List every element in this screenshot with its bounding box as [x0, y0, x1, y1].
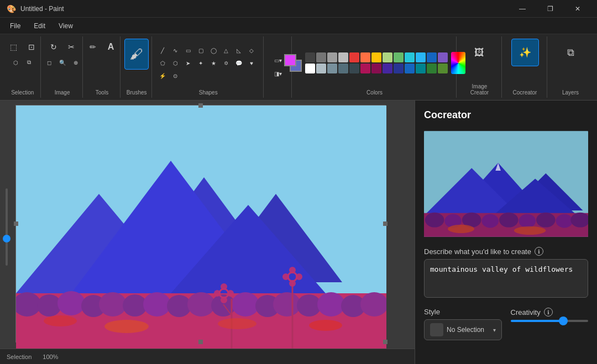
swatch-dpurple[interactable] [383, 64, 392, 73]
swatch-blue[interactable] [427, 52, 437, 62]
shape-rect[interactable]: ▭ [182, 44, 194, 56]
shape-right-tri[interactable]: ◺ [233, 44, 245, 56]
shape-diamond[interactable]: ◇ [245, 44, 258, 56]
shape-heart[interactable]: ♥ [245, 57, 258, 69]
svg-point-47 [425, 213, 444, 228]
style-select[interactable]: No Selection ▾ [424, 319, 502, 340]
text-button[interactable]: A [102, 39, 119, 55]
swatch-white[interactable] [305, 64, 315, 73]
restore-button[interactable]: ❐ [537, 0, 563, 18]
colorpick-button[interactable]: 🔍 [56, 56, 69, 68]
fg-color[interactable] [284, 54, 296, 66]
swatch-dblue2[interactable] [405, 64, 415, 73]
swatch-red[interactable] [349, 52, 359, 62]
swatch-darksteel[interactable] [338, 64, 348, 73]
swatch-dgreen[interactable] [427, 64, 437, 73]
shape-pentagon[interactable]: ⬠ [156, 57, 169, 69]
swatch-maroon[interactable] [371, 64, 381, 73]
swatch-lgray[interactable] [338, 52, 348, 62]
swatch-darkpink[interactable] [360, 64, 370, 73]
svg-point-40 [309, 320, 342, 331]
status-zoom: 100% [43, 354, 58, 360]
cocreator-title: Cocreator [424, 109, 588, 121]
color-palette [305, 52, 448, 73]
svg-point-17 [232, 292, 259, 316]
paint-canvas[interactable] [15, 105, 386, 342]
swatch-lblue[interactable] [416, 52, 426, 62]
resize-handle-left[interactable] [14, 221, 18, 226]
shape-outline[interactable]: ⊙ [169, 70, 181, 82]
toolbar: ⬚ ⊡ ⬡ ⧉ Selection ↻ ✂ ◻ 🔍 ⊕ Image ✏ A To… [0, 34, 597, 101]
image-label: Image [55, 87, 70, 96]
creativity-info-icon[interactable]: ℹ [544, 308, 553, 316]
brushes-button[interactable]: 🖌 [124, 39, 149, 70]
select-rect-button[interactable]: ⬚ [6, 39, 22, 55]
erase-button[interactable]: ◻ [43, 56, 55, 68]
shape-curve[interactable]: ∿ [169, 44, 181, 56]
menu-view[interactable]: View [53, 20, 78, 32]
swatch-dgray[interactable] [316, 52, 326, 62]
swatch-orange[interactable] [360, 52, 370, 62]
tools-group: ✏ A Tools [84, 36, 121, 98]
shape-rounded-rect[interactable]: ▢ [195, 44, 207, 56]
image-import-button[interactable]: ⬡ [10, 56, 22, 68]
shape-hexagon[interactable]: ⬡ [169, 57, 181, 69]
shape-star6[interactable]: ✡ [220, 57, 232, 69]
shape-star4[interactable]: ✦ [195, 57, 207, 69]
menu-edit[interactable]: Edit [28, 20, 51, 32]
creativity-slider[interactable] [511, 320, 589, 322]
resize-handle-bottom[interactable] [198, 340, 203, 344]
shape-ellipse[interactable]: ◯ [207, 44, 219, 56]
pencil-button[interactable]: ✏ [85, 39, 101, 55]
cocreator-svg [424, 129, 588, 239]
menu-file[interactable]: File [4, 20, 26, 32]
close-button[interactable]: ✕ [565, 0, 590, 18]
shape-lightning[interactable]: ⚡ [156, 70, 169, 82]
shape-star5[interactable]: ★ [207, 57, 219, 69]
swatch-gray[interactable] [327, 52, 337, 62]
minimize-button[interactable]: — [510, 0, 535, 18]
resize-handle-br[interactable] [383, 340, 387, 344]
title-bar-title: Untitled - Paint [20, 5, 64, 13]
shape-arrow[interactable]: ➤ [182, 57, 194, 69]
zoom-button[interactable]: ⊕ [70, 56, 82, 68]
swatch-yellow[interactable] [371, 52, 381, 62]
shape-line[interactable]: ╱ [156, 44, 169, 56]
describe-textarea[interactable]: mountainous valley of wildflowers [424, 259, 588, 298]
svg-point-28 [221, 283, 227, 290]
resize-handle-top[interactable] [198, 103, 203, 108]
swatch-cyan[interactable] [405, 52, 415, 62]
select-free-button[interactable]: ⊡ [23, 39, 40, 55]
cocreator-toolbar-button[interactable]: ✨ [511, 39, 539, 66]
swatch-bluegray[interactable] [316, 64, 326, 73]
slider-thumb[interactable] [3, 235, 11, 242]
shape-callout[interactable]: 💬 [233, 57, 245, 69]
swatch-green[interactable] [394, 52, 404, 62]
image-creator-label: Image Creator [464, 81, 495, 96]
describe-info-icon[interactable]: ℹ [535, 247, 543, 256]
swatch-dblue[interactable] [394, 64, 404, 73]
cocreator-toolbar-group: ✨ Cocreator [503, 36, 547, 98]
creativity-label: Creativity ℹ [511, 308, 589, 316]
layers-toolbar-button[interactable]: ⧉ [557, 39, 584, 66]
swatch-teal[interactable] [416, 64, 426, 73]
creativity-col: Creativity ℹ [511, 308, 589, 340]
title-bar: 🎨 Untitled - Paint — ❐ ✕ [0, 0, 597, 18]
swatch-darkslate[interactable] [349, 64, 359, 73]
resize-handle-right[interactable] [383, 221, 387, 226]
rotate-button[interactable]: ↻ [45, 39, 62, 55]
menu-bar: File Edit View [0, 18, 597, 34]
status-bar: Selection 100% [0, 349, 415, 364]
image-group: ↻ ✂ ◻ 🔍 ⊕ Image [42, 36, 82, 98]
swatch-violet[interactable] [438, 52, 448, 62]
resize-button[interactable]: ⧉ [23, 56, 35, 68]
image-creator-button[interactable]: 🖼 [465, 39, 493, 66]
svg-point-51 [499, 213, 518, 228]
swatch-olive[interactable] [438, 64, 448, 73]
swatch-black[interactable] [305, 52, 315, 62]
swatch-lgreen[interactable] [383, 52, 392, 62]
image-icons-row: ↻ ✂ [45, 39, 80, 55]
swatch-steelblue[interactable] [327, 64, 337, 73]
crop-button[interactable]: ✂ [63, 39, 80, 55]
shape-triangle[interactable]: △ [220, 44, 232, 56]
